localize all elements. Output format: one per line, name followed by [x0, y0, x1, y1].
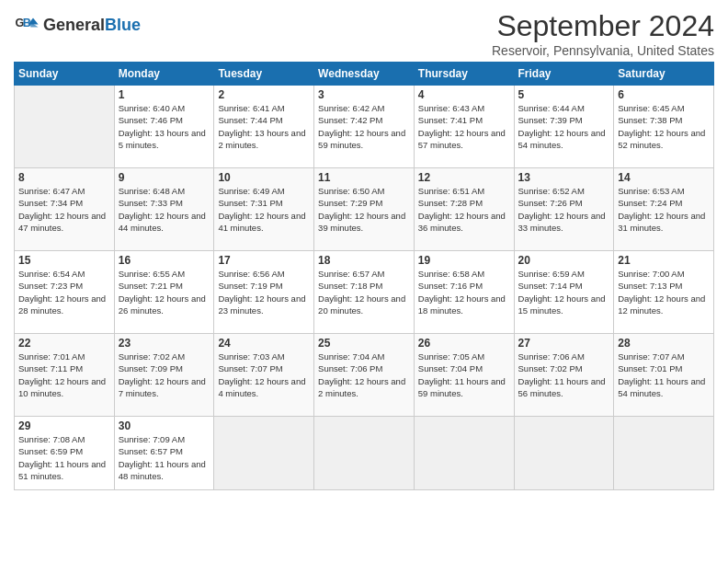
- table-row: [514, 417, 614, 490]
- logo-text-line1: GeneralBlue: [43, 17, 141, 35]
- calendar-container: G B GeneralBlue September 2024 Reservoir…: [0, 0, 728, 500]
- location: Reservoir, Pennsylvania, United States: [492, 43, 714, 58]
- table-row: [614, 417, 714, 490]
- table-row: 17 Sunrise: 6:56 AM Sunset: 7:19 PM Dayl…: [214, 251, 314, 334]
- table-row: 30 Sunrise: 7:09 AM Sunset: 6:57 PM Dayl…: [114, 417, 214, 490]
- table-row: 3 Sunrise: 6:42 AM Sunset: 7:42 PM Dayli…: [314, 86, 415, 168]
- table-row: 14 Sunrise: 6:53 AM Sunset: 7:24 PM Dayl…: [614, 168, 714, 251]
- month-title: September 2024: [492, 9, 714, 43]
- logo-icon: G B: [14, 13, 40, 39]
- table-row: 20 Sunrise: 6:59 AM Sunset: 7:14 PM Dayl…: [514, 251, 614, 334]
- table-row: 9 Sunrise: 6:48 AM Sunset: 7:33 PM Dayli…: [114, 168, 214, 251]
- col-saturday: Saturday: [614, 63, 714, 86]
- table-row: 12 Sunrise: 6:51 AM Sunset: 7:28 PM Dayl…: [414, 168, 514, 251]
- table-row: 18 Sunrise: 6:57 AM Sunset: 7:18 PM Dayl…: [314, 251, 415, 334]
- table-row: [314, 417, 415, 490]
- table-row: 25 Sunrise: 7:04 AM Sunset: 7:06 PM Dayl…: [314, 334, 415, 417]
- table-row: 24 Sunrise: 7:03 AM Sunset: 7:07 PM Dayl…: [214, 334, 314, 417]
- calendar-table: Sunday Monday Tuesday Wednesday Thursday…: [14, 62, 714, 490]
- table-row: 27 Sunrise: 7:06 AM Sunset: 7:02 PM Dayl…: [514, 334, 614, 417]
- col-wednesday: Wednesday: [314, 63, 415, 86]
- table-row: 19 Sunrise: 6:58 AM Sunset: 7:16 PM Dayl…: [414, 251, 514, 334]
- col-sunday: Sunday: [15, 63, 115, 86]
- table-row: 6 Sunrise: 6:45 AM Sunset: 7:38 PM Dayli…: [614, 86, 714, 168]
- table-row: [15, 86, 115, 168]
- col-tuesday: Tuesday: [214, 63, 314, 86]
- table-row: 8 Sunrise: 6:47 AM Sunset: 7:34 PM Dayli…: [15, 168, 115, 251]
- table-row: 4 Sunrise: 6:43 AM Sunset: 7:41 PM Dayli…: [414, 86, 514, 168]
- table-row: 21 Sunrise: 7:00 AM Sunset: 7:13 PM Dayl…: [614, 251, 714, 334]
- calendar-header-row: Sunday Monday Tuesday Wednesday Thursday…: [15, 63, 714, 86]
- table-row: 29 Sunrise: 7:08 AM Sunset: 6:59 PM Dayl…: [15, 417, 115, 490]
- table-row: 10 Sunrise: 6:49 AM Sunset: 7:31 PM Dayl…: [214, 168, 314, 251]
- table-row: 5 Sunrise: 6:44 AM Sunset: 7:39 PM Dayli…: [514, 86, 614, 168]
- table-row: 23 Sunrise: 7:02 AM Sunset: 7:09 PM Dayl…: [114, 334, 214, 417]
- table-row: 28 Sunrise: 7:07 AM Sunset: 7:01 PM Dayl…: [614, 334, 714, 417]
- col-monday: Monday: [114, 63, 214, 86]
- table-row: [414, 417, 514, 490]
- table-row: 13 Sunrise: 6:52 AM Sunset: 7:26 PM Dayl…: [514, 168, 614, 251]
- col-friday: Friday: [514, 63, 614, 86]
- table-row: [214, 417, 314, 490]
- table-row: 1 Sunrise: 6:40 AM Sunset: 7:46 PM Dayli…: [114, 86, 214, 168]
- col-thursday: Thursday: [414, 63, 514, 86]
- table-row: 22 Sunrise: 7:01 AM Sunset: 7:11 PM Dayl…: [15, 334, 115, 417]
- header-row: G B GeneralBlue September 2024 Reservoir…: [14, 9, 714, 58]
- table-row: 16 Sunrise: 6:55 AM Sunset: 7:21 PM Dayl…: [114, 251, 214, 334]
- table-row: 15 Sunrise: 6:54 AM Sunset: 7:23 PM Dayl…: [15, 251, 115, 334]
- title-block: September 2024 Reservoir, Pennsylvania, …: [492, 9, 714, 58]
- table-row: 11 Sunrise: 6:50 AM Sunset: 7:29 PM Dayl…: [314, 168, 415, 251]
- table-row: 2 Sunrise: 6:41 AM Sunset: 7:44 PM Dayli…: [214, 86, 314, 168]
- logo: G B GeneralBlue: [14, 13, 141, 39]
- table-row: 26 Sunrise: 7:05 AM Sunset: 7:04 PM Dayl…: [414, 334, 514, 417]
